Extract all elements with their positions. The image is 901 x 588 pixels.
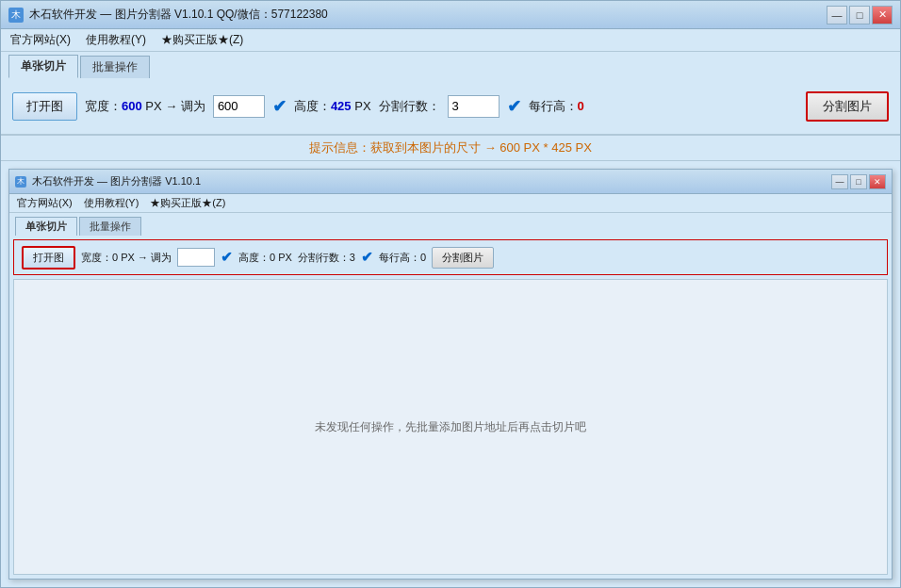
inner-rows-check-icon: ✔ [361,249,373,266]
outer-window: 木 木石软件开发 — 图片分割器 V1.10.1 QQ/微信：577122380… [0,0,901,588]
inner-title-bar: 木 木石软件开发 — 图片分割器 V1.10.1 — □ ✕ [9,170,892,194]
menu-official-site[interactable]: 官方网站(X) [5,30,76,50]
outer-menu-bar: 官方网站(X) 使用教程(Y) ★购买正版★(Z) [1,29,900,52]
inner-content-message: 未发现任何操作，先批量添加图片地址后再点击切片吧 [315,419,586,435]
inner-content-area: 未发现任何操作，先批量添加图片地址后再点击切片吧 [13,279,888,575]
inner-menu-tutorial[interactable]: 使用教程(Y) [79,195,144,211]
inner-menu-bar: 官方网站(X) 使用教程(Y) ★购买正版★(Z) [9,194,892,213]
inner-minimize-button[interactable]: — [831,174,848,189]
minimize-button[interactable]: — [827,6,847,24]
maximize-button[interactable]: □ [849,6,870,24]
inner-title-controls: — □ ✕ [831,174,886,189]
close-button[interactable]: ✕ [872,6,893,24]
inner-window: 木 木石软件开发 — 图片分割器 V1.10.1 — □ ✕ 官方网站(X) 使… [8,169,893,580]
split-rows-label: 分割行数： [379,98,440,115]
outer-toolbar: 打开图 宽度：600 PX → 调为 ✔ 高度：425 PX 分割行数： ✔ 每… [1,78,900,135]
rows-check-icon: ✔ [507,96,521,117]
inner-menu-official-site[interactable]: 官方网站(X) [12,195,77,211]
width-label: 宽度：600 PX → 调为 [85,98,205,115]
inner-split-button[interactable]: 分割图片 [432,247,494,269]
inner-maximize-button[interactable]: □ [850,174,867,189]
inner-tabs-bar: 单张切片 批量操作 [9,213,892,236]
inner-width-label: 宽度：0 PX → 调为 [81,251,172,265]
split-rows-input[interactable] [448,95,500,118]
inner-title-left: 木 木石软件开发 — 图片分割器 V1.10.1 [15,174,201,188]
tab-batch[interactable]: 批量操作 [80,56,150,78]
outer-title-controls: — □ ✕ [827,6,893,24]
split-image-button[interactable]: 分割图片 [806,91,889,122]
height-label: 高度：425 PX [294,98,371,115]
inner-width-input[interactable] [177,248,215,267]
inner-window-title: 木石软件开发 — 图片分割器 V1.10.1 [32,174,201,188]
inner-tab-single[interactable]: 单张切片 [15,217,77,236]
inner-split-rows-label: 分割行数：3 [298,251,355,265]
tab-single[interactable]: 单张切片 [8,55,78,78]
outer-title-bar: 木 木石软件开发 — 图片分割器 V1.10.1 QQ/微信：577122380… [1,1,900,29]
menu-tutorial[interactable]: 使用教程(Y) [80,30,152,50]
inner-tab-batch[interactable]: 批量操作 [79,217,141,236]
inner-toolbar: 打开图 宽度：0 PX → 调为 ✔ 高度：0 PX 分割行数：3 ✔ 每行高：… [13,239,888,275]
open-image-button[interactable]: 打开图 [12,92,77,121]
menu-buy[interactable]: ★购买正版★(Z) [156,30,249,50]
app-icon: 木 [8,8,24,23]
inner-window-container: 木 木石软件开发 — 图片分割器 V1.10.1 — □ ✕ 官方网站(X) 使… [1,161,900,587]
inner-height-label: 高度：0 PX [238,251,292,265]
inner-width-check-icon: ✔ [221,249,233,266]
outer-window-title: 木石软件开发 — 图片分割器 V1.10.1 QQ/微信：577122380 [29,7,328,23]
inner-menu-buy[interactable]: ★购买正版★(Z) [145,195,230,211]
outer-status-bar: 提示信息：获取到本图片的尺寸 → 600 PX * 425 PX [1,135,900,161]
inner-row-height-label: 每行高：0 [379,251,426,265]
status-text: 提示信息：获取到本图片的尺寸 → 600 PX * 425 PX [309,139,592,156]
outer-tabs-bar: 单张切片 批量操作 [1,52,900,78]
inner-app-icon: 木 [15,176,26,188]
title-bar-left: 木 木石软件开发 — 图片分割器 V1.10.1 QQ/微信：577122380 [8,7,328,23]
width-input[interactable] [213,95,265,118]
row-height-label: 每行高：0 [529,98,584,115]
inner-open-button[interactable]: 打开图 [22,246,75,270]
inner-close-button[interactable]: ✕ [869,174,886,189]
width-check-icon: ✔ [272,96,287,117]
